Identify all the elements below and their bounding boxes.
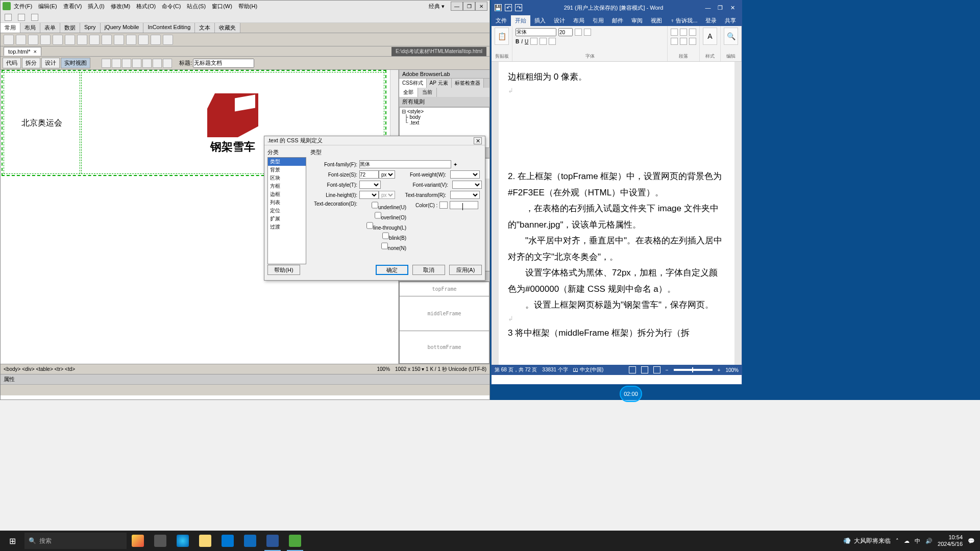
site-icon[interactable] <box>31 14 38 21</box>
layout-icon[interactable] <box>5 14 12 21</box>
insert-btn-5[interactable] <box>53 35 63 45</box>
highlight-icon[interactable] <box>540 38 547 45</box>
deco-blink[interactable]: blink(B) <box>359 232 406 241</box>
ap-elements-tab[interactable]: AP 元素 <box>427 79 452 88</box>
styles-button[interactable]: A <box>703 28 717 45</box>
font-size-box[interactable] <box>558 28 573 36</box>
css-styles-tab[interactable]: CSS样式 <box>399 79 427 88</box>
undo-icon[interactable]: ↶ <box>505 4 512 11</box>
font-variant-select[interactable] <box>452 181 482 189</box>
extend-icon[interactable] <box>18 14 25 21</box>
tb-word[interactable] <box>261 531 284 551</box>
task-view[interactable] <box>149 531 172 551</box>
zoom-out[interactable]: − <box>666 367 669 373</box>
multilevel-icon[interactable] <box>689 29 696 36</box>
ok-button[interactable]: 确定 <box>376 265 408 275</box>
rule-body[interactable]: ├ body <box>402 114 487 120</box>
insert-btn-8[interactable] <box>89 35 100 45</box>
menu-edit[interactable]: 编辑(E) <box>38 3 57 10</box>
line-height-input[interactable] <box>359 191 379 199</box>
align-right-icon[interactable] <box>689 38 696 45</box>
status-zoom[interactable]: 100% <box>377 366 390 372</box>
cat-list[interactable]: 列表 <box>268 198 306 207</box>
workspace-switcher[interactable]: 经典 ▾ <box>429 3 445 10</box>
font-size-unit[interactable]: px <box>379 170 395 179</box>
menu-window[interactable]: 窗口(W) <box>212 3 232 10</box>
close-button[interactable]: ✕ <box>475 2 487 11</box>
weather-widget[interactable]: 💨 大风即将来临 <box>843 537 891 545</box>
login-link[interactable]: 登录 <box>701 15 721 26</box>
frame-top[interactable]: topFrame <box>400 282 489 296</box>
taskbar-search[interactable]: 🔍 搜索 <box>24 533 127 549</box>
zoom-percent[interactable]: 100% <box>725 367 739 373</box>
editing-button[interactable]: 🔍 <box>724 28 738 45</box>
star-icon[interactable]: ✦ <box>453 162 457 167</box>
font-color-icon[interactable] <box>549 38 556 45</box>
tb-edge[interactable] <box>172 531 194 551</box>
page-count[interactable]: 第 68 页，共 72 页 <box>495 366 537 373</box>
word-maximize[interactable]: ❐ <box>714 5 726 11</box>
frame-bottom[interactable]: bottomFrame <box>400 331 489 363</box>
tab-insert[interactable]: 插入 <box>530 15 550 26</box>
cat-positioning[interactable]: 定位 <box>268 207 306 215</box>
paste-button[interactable]: 📋 <box>495 28 509 45</box>
text-transform-select[interactable] <box>450 191 480 199</box>
tab-data[interactable]: 数据 <box>60 23 80 33</box>
tab-design[interactable]: 设计 <box>550 15 569 26</box>
menu-file[interactable]: 文件(F) <box>14 3 32 10</box>
vicon-6[interactable] <box>153 59 162 68</box>
word-close[interactable]: ✕ <box>726 5 739 11</box>
zoom-in[interactable]: + <box>718 367 721 373</box>
tell-me[interactable]: ♀ 告诉我... <box>666 15 701 26</box>
tag-selector[interactable]: <body> <div> <table> <tr> <td> <box>4 366 75 372</box>
table-cell-left[interactable]: 北京奥运会 <box>4 72 80 174</box>
grow-font-icon[interactable] <box>575 29 582 36</box>
vicon-5[interactable] <box>142 59 152 68</box>
word-minimize[interactable]: — <box>702 5 714 11</box>
redo-icon[interactable]: ↷ <box>515 4 522 11</box>
vicon-3[interactable] <box>122 59 131 68</box>
print-layout-icon[interactable] <box>641 366 648 373</box>
tab-spry[interactable]: Spry <box>80 23 101 33</box>
cat-background[interactable]: 背景 <box>268 166 306 174</box>
insert-btn-7[interactable] <box>77 35 87 45</box>
clock[interactable]: 10:54 2024/5/16 <box>938 534 963 547</box>
cat-border[interactable]: 边框 <box>268 190 306 198</box>
view-code[interactable]: 代码 <box>3 58 21 68</box>
tb-app-1[interactable] <box>127 531 149 551</box>
menu-site[interactable]: 站点(S) <box>187 3 206 10</box>
tab-review[interactable]: 审阅 <box>627 15 647 26</box>
font-name-box[interactable] <box>516 28 556 36</box>
align-center-icon[interactable] <box>680 38 687 45</box>
category-list[interactable]: 类型 背景 区块 方框 边框 列表 定位 扩展 过渡 <box>267 157 306 264</box>
cat-box[interactable]: 方框 <box>268 182 306 190</box>
browserlab-panel[interactable]: Adobe BrowserLab <box>399 70 489 79</box>
tray-volume-icon[interactable]: 🔊 <box>925 538 933 544</box>
notification-icon[interactable]: 💬 <box>968 538 975 544</box>
tab-jquery[interactable]: jQuery Mobile <box>101 23 144 33</box>
minimize-button[interactable]: — <box>451 2 463 11</box>
file-tab[interactable]: top.html*× <box>4 47 41 56</box>
tray-cloud-icon[interactable]: ☁ <box>904 538 910 544</box>
tab-common[interactable]: 常用 <box>1 23 20 33</box>
menu-help[interactable]: 帮助(H) <box>238 3 257 10</box>
tab-references[interactable]: 引用 <box>589 15 608 26</box>
insert-btn-3[interactable] <box>28 35 38 45</box>
shrink-font-icon[interactable] <box>584 29 591 36</box>
tab-incontext[interactable]: InContext Editing <box>143 23 195 33</box>
insert-btn-11[interactable] <box>126 35 136 45</box>
tag-inspector-tab[interactable]: 标签检查器 <box>452 79 484 88</box>
deco-underline[interactable]: underline(U) <box>359 201 406 210</box>
font-weight-select[interactable] <box>450 170 480 179</box>
cancel-button[interactable]: 取消 <box>412 265 445 275</box>
view-design[interactable]: 设计 <box>41 58 60 68</box>
cat-type[interactable]: 类型 <box>268 158 306 166</box>
tray-ime-icon[interactable]: 中 <box>915 537 920 545</box>
deco-linethrough[interactable]: line-through(L) <box>359 221 406 231</box>
word-document-area[interactable]: 边框粗细为 0 像素。 ↲ 2. 在上框架（topFrame 框架）中，设置网页… <box>492 62 742 365</box>
dialog-close-button[interactable]: ✕ <box>474 137 482 144</box>
tab-home[interactable]: 开始 <box>511 15 530 26</box>
insert-btn-2[interactable] <box>16 35 26 45</box>
word-count[interactable]: 33831 个字 <box>542 366 568 373</box>
menu-format[interactable]: 格式(O) <box>136 3 156 10</box>
